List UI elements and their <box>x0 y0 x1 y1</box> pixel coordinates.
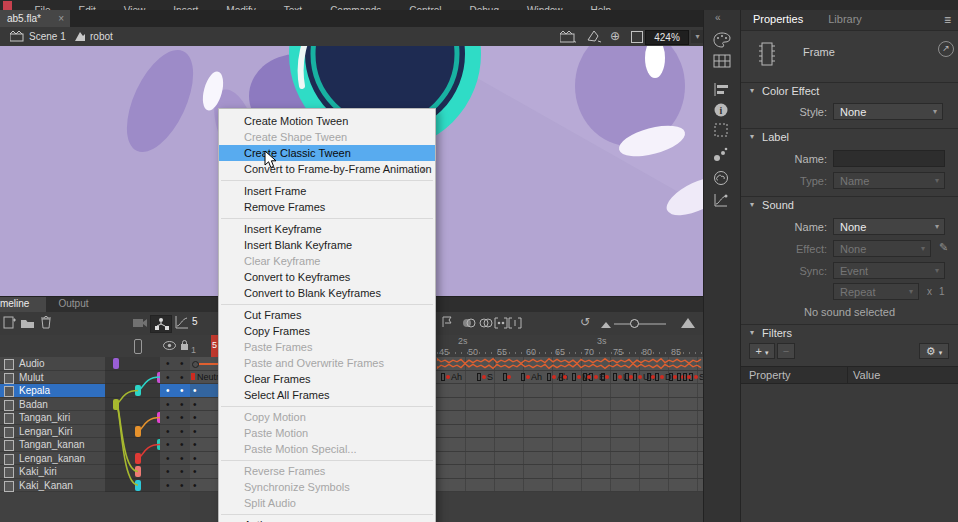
parent-color-bar[interactable] <box>135 426 141 437</box>
timeline-zoom-track[interactable] <box>614 323 666 325</box>
frame-area[interactable] <box>437 452 703 466</box>
frame-area[interactable] <box>437 438 703 452</box>
modify-markers-icon[interactable] <box>508 315 524 331</box>
tab-library[interactable]: Library <box>816 10 872 25</box>
cc-libraries-icon[interactable] <box>713 170 731 186</box>
camera-icon[interactable] <box>132 315 148 331</box>
edit-scene-icon[interactable] <box>560 31 576 43</box>
transform-icon[interactable] <box>713 122 731 138</box>
new-folder-icon[interactable] <box>20 315 36 331</box>
easing-graph-icon[interactable] <box>174 315 190 331</box>
parent-color-bar[interactable] <box>135 385 141 396</box>
frame-cell-start[interactable]: • <box>190 479 218 493</box>
color-palette-icon[interactable] <box>713 32 731 48</box>
frame-area[interactable] <box>437 425 703 439</box>
edit-sound-envelope-icon[interactable]: ✎ <box>939 241 948 254</box>
section-sound[interactable]: ▾ Sound <box>741 196 958 214</box>
frame-area[interactable] <box>437 398 703 412</box>
layer-visibility-lock[interactable]: •• <box>160 371 190 385</box>
menu-item-create-motion-tween[interactable]: Create Motion Tween <box>219 113 435 129</box>
menu-item-cut-frames[interactable]: Cut Frames <box>219 307 435 323</box>
frame-cell-start[interactable]: • <box>190 425 218 439</box>
frame-cell-start[interactable] <box>190 357 218 371</box>
motion-graph-icon[interactable] <box>713 192 731 208</box>
menu-item-insert-frame[interactable]: Insert Frame <box>219 183 435 199</box>
label-name-input[interactable] <box>833 150 945 167</box>
layer-visibility-lock[interactable]: •• <box>160 384 190 398</box>
breadcrumb-scene[interactable]: Scene 1 <box>29 27 66 46</box>
menu-item-actions[interactable]: Actions <box>219 517 435 522</box>
frame-area[interactable] <box>437 479 703 493</box>
parent-color-bar[interactable] <box>113 358 119 369</box>
tab-timeline[interactable]: Timeline <box>0 297 46 313</box>
breadcrumb-symbol[interactable]: robot <box>90 27 113 46</box>
menu-item-insert-blank-keyframe[interactable]: Insert Blank Keyframe <box>219 237 435 253</box>
menu-item-create-classic-tween[interactable]: Create Classic Tween <box>219 145 435 161</box>
frame-cell-start[interactable]: • <box>190 465 218 479</box>
document-tab[interactable]: ab5.fla* × <box>0 10 70 27</box>
layer-visibility-lock[interactable]: •• <box>160 479 190 493</box>
audio-waveform[interactable] <box>437 357 703 371</box>
new-layer-icon[interactable] <box>2 315 18 331</box>
section-filters[interactable]: ▾ Filters <box>741 324 958 342</box>
reset-timeline-zoom-icon[interactable]: ↺ <box>580 315 596 331</box>
menu-item-convert-to-frame-by-frame-animation[interactable]: Convert to Frame-by-Frame Animation› <box>219 161 435 177</box>
layer-visibility-lock[interactable]: •• <box>160 452 190 466</box>
swatches-icon[interactable] <box>713 54 731 70</box>
menu-item-select-all-frames[interactable]: Select All Frames <box>219 387 435 403</box>
layer-visibility-lock[interactable]: •• <box>160 411 190 425</box>
frame-cell-start[interactable]: • <box>190 398 218 412</box>
frame-area[interactable] <box>437 384 703 398</box>
menu-item-convert-to-blank-keyframes[interactable]: Convert to Blank Keyframes <box>219 285 435 301</box>
section-label[interactable]: ▾ Label <box>741 128 958 146</box>
clip-content-icon[interactable] <box>631 31 643 43</box>
parent-color-bar[interactable] <box>135 453 141 464</box>
layer-visibility-lock[interactable]: •• <box>160 465 190 479</box>
center-frame-icon[interactable] <box>440 315 456 331</box>
section-color-effect[interactable]: ▾ Color Effect <box>741 82 958 100</box>
collapse-panels-icon[interactable]: « <box>715 12 721 23</box>
timeline-zoom-slider[interactable] <box>630 319 639 328</box>
stage-zoom-value[interactable]: 424% <box>645 30 689 45</box>
add-filter-button[interactable]: + ▾ <box>749 343 775 359</box>
frame-cell-start[interactable]: • <box>190 411 218 425</box>
center-stage-icon[interactable]: ⊕ <box>610 29 620 43</box>
info-icon[interactable]: i <box>713 102 731 118</box>
onion-skin-icon[interactable] <box>462 315 478 331</box>
layer-visibility-lock[interactable]: •• <box>160 357 190 371</box>
parent-color-bar[interactable] <box>135 466 141 477</box>
tab-properties[interactable]: Properties <box>741 10 813 25</box>
eye-icon[interactable] <box>163 341 176 350</box>
frame-area[interactable]: AhSAhAhMELUhDS <box>437 371 703 385</box>
frame-area[interactable] <box>437 411 703 425</box>
menu-item-convert-to-keyframes[interactable]: Convert to Keyframes <box>219 269 435 285</box>
panel-menu-icon[interactable]: ≡ <box>944 13 951 27</box>
sound-name-dropdown[interactable]: None ▾ <box>833 218 945 235</box>
convert-to-symbol-icon[interactable]: ↗ <box>938 41 954 57</box>
frame-area[interactable] <box>437 465 703 479</box>
filter-options-button[interactable]: ⚙ ▾ <box>919 343 949 359</box>
menu-item-remove-frames[interactable]: Remove Frames <box>219 199 435 215</box>
close-icon[interactable]: × <box>58 10 64 27</box>
frame-cell-start[interactable]: • <box>190 438 218 452</box>
frame-cell-start[interactable]: Neutral <box>190 371 218 385</box>
show-parenting-view-icon[interactable] <box>150 315 172 333</box>
timeline-zoom-in-icon[interactable] <box>680 315 696 331</box>
brush-particles-icon[interactable] <box>713 146 731 162</box>
frame-cell-start[interactable]: • <box>190 384 218 398</box>
onion-skin-outlines-icon[interactable] <box>479 315 495 331</box>
style-dropdown[interactable]: None ▾ <box>833 103 943 120</box>
frame-cell-start[interactable]: • <box>190 452 218 466</box>
tab-output[interactable]: Output <box>50 297 96 313</box>
layer-visibility-lock[interactable]: •• <box>160 425 190 439</box>
layer-visibility-lock[interactable]: •• <box>160 398 190 412</box>
playhead[interactable]: 5 <box>211 335 218 357</box>
align-icon[interactable] <box>713 82 731 98</box>
delete-layer-icon[interactable] <box>40 315 56 331</box>
parent-color-bar[interactable] <box>113 399 119 410</box>
menu-item-copy-frames[interactable]: Copy Frames <box>219 323 435 339</box>
menu-item-clear-frames[interactable]: Clear Frames <box>219 371 435 387</box>
lock-icon[interactable] <box>180 340 189 351</box>
parent-color-bar[interactable] <box>135 480 141 491</box>
edit-symbols-icon[interactable] <box>586 30 602 43</box>
